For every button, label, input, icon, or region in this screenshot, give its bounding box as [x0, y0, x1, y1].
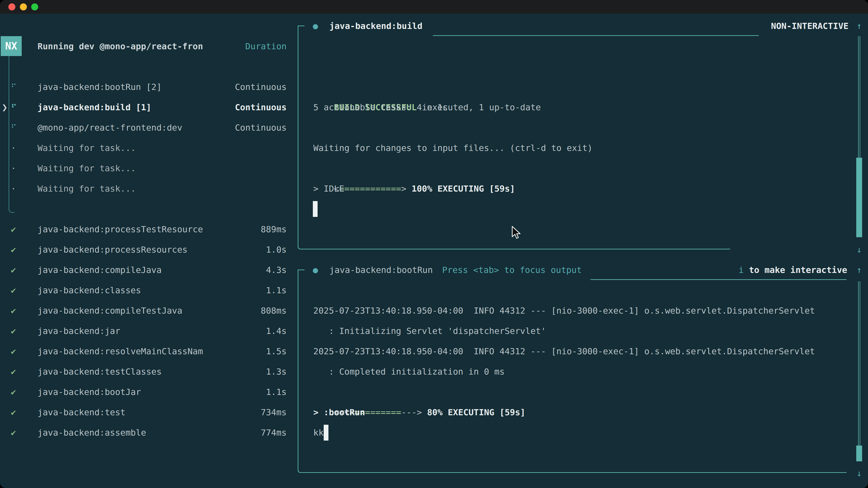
- selected-task-arrow-icon: ❯: [2, 97, 7, 118]
- task-duration: Continuous: [235, 118, 287, 138]
- keyboard-hints: quit: q help: ?: [230, 463, 287, 484]
- task-row-done[interactable]: ✔ java-backend:compileJava 4.3s: [11, 260, 287, 280]
- progress-close: >: [401, 184, 406, 194]
- task-label: java-backend:classes: [37, 280, 266, 300]
- close-button[interactable]: [8, 3, 16, 10]
- task-row-done[interactable]: ✔ java-backend:resolveMainClassNam 1.5s: [11, 341, 287, 361]
- task-row-done[interactable]: ✔ java-backend:assemble 774ms: [11, 422, 287, 443]
- task-duration: 1.0s: [266, 239, 287, 260]
- task-label: java-backend:compileTestJava: [37, 300, 261, 321]
- task-duration: 4.3s: [266, 260, 287, 280]
- log-line: : Initializing Servlet 'dispatcherServle…: [313, 321, 546, 341]
- terminal-cursor: [324, 425, 329, 441]
- task-label: java-backend:build [1]: [37, 97, 235, 118]
- zoom-button[interactable]: [31, 3, 38, 10]
- scroll-down-icon[interactable]: ↓: [854, 463, 865, 484]
- minimize-button[interactable]: [20, 3, 27, 10]
- scroll-down-icon[interactable]: ↓: [854, 239, 865, 260]
- task-label: java-backend:assemble: [37, 422, 261, 443]
- waiting-for-changes-line: Waiting for changes to input files... (c…: [313, 138, 592, 158]
- focus-output-hint: Press <tab> to focus output: [442, 260, 582, 280]
- task-label: java-backend:processResources: [37, 239, 266, 260]
- build-output-panel-border: [298, 26, 730, 250]
- terminal-cursor: [313, 201, 318, 217]
- task-row-done[interactable]: ✔ java-backend:jar 1.4s: [11, 321, 287, 341]
- task-row-waiting[interactable]: · Waiting for task...: [11, 138, 287, 158]
- check-icon: ✔: [11, 321, 37, 341]
- waiting-dot-icon: ·: [11, 138, 37, 158]
- task-label: java-backend:bootJar: [37, 382, 266, 402]
- check-icon: ✔: [11, 239, 37, 260]
- task-duration: 1.4s: [266, 321, 287, 341]
- task-row-done[interactable]: ✔ java-backend:classes 1.1s: [11, 280, 287, 300]
- task-duration: 734ms: [261, 402, 287, 422]
- progress-fill: ============: [339, 184, 401, 194]
- task-label: @mono-app/react-frontend:dev: [37, 118, 235, 138]
- task-row-done[interactable]: ✔ java-backend:processTestResource 889ms: [11, 219, 287, 239]
- task-label: java-backend:testClasses: [37, 361, 266, 382]
- non-interactive-badge: NON-INTERACTIVE: [771, 16, 848, 36]
- check-icon: ✔: [11, 300, 37, 321]
- bootrun-panel-bullet-icon: ●: [313, 260, 318, 280]
- progress-label: 80% EXECUTING [59s]: [427, 408, 525, 417]
- spinner-icon: ⠋: [11, 97, 37, 118]
- check-icon: ✔: [11, 361, 37, 382]
- task-row-waiting[interactable]: · Waiting for task...: [11, 178, 287, 199]
- task-duration: 1.1s: [266, 280, 287, 300]
- build-panel-title[interactable]: java-backend:build: [329, 16, 423, 36]
- task-label: Waiting for task...: [37, 138, 287, 158]
- log-line: 2025-07-23T13:40:18.950-04:00 INFO 44312…: [313, 341, 815, 361]
- bootrun-panel-title[interactable]: java-backend:bootRun: [329, 260, 433, 280]
- scroll-up-icon[interactable]: ↑: [854, 16, 865, 36]
- spinner-icon: ⠋: [11, 77, 37, 97]
- spinner-icon: ⠋: [11, 118, 37, 138]
- task-label: java-backend:jar: [37, 321, 266, 341]
- check-icon: ✔: [11, 280, 37, 300]
- check-icon: ✔: [11, 219, 37, 239]
- window-titlebar: [0, 0, 868, 14]
- scroll-up-icon[interactable]: ↑: [854, 260, 865, 280]
- build-panel-title-rule: [433, 35, 759, 36]
- duration-column-header: Duration: [245, 36, 287, 57]
- scrollbar-thumb[interactable]: [856, 158, 862, 237]
- task-label: Waiting for task...: [37, 178, 287, 199]
- waiting-dot-icon: ·: [11, 178, 37, 199]
- task-duration: 889ms: [261, 219, 287, 239]
- actionable-tasks-line: 5 actionable tasks: 4 executed, 1 up-to-…: [313, 97, 541, 118]
- task-row-selected[interactable]: ⠋ java-backend:build [1] Continuous: [11, 97, 287, 118]
- task-row-done[interactable]: ✔ java-backend:compileTestJava 808ms: [11, 300, 287, 321]
- idle-line: > IDLE: [313, 178, 344, 199]
- nx-logo: NX: [1, 36, 22, 56]
- task-label: Waiting for task...: [37, 158, 287, 178]
- task-row-done[interactable]: ✔ java-backend:testClasses 1.3s: [11, 361, 287, 382]
- task-duration: 1.3s: [266, 361, 287, 382]
- task-row[interactable]: ⠋ java-backend:bootRun [2] Continuous: [11, 77, 287, 97]
- task-row-done[interactable]: ✔ java-backend:bootJar 1.1s: [11, 382, 287, 402]
- terminal-window: NX Running dev @mono-app/react-fron Dura…: [0, 0, 868, 488]
- task-duration: 808ms: [261, 300, 287, 321]
- task-list-title: Running dev @mono-app/react-fron: [37, 36, 203, 57]
- task-label: java-backend:compileJava: [37, 260, 266, 280]
- bootrun-prompt-line: > :bootRun: [313, 402, 365, 422]
- task-duration: 774ms: [261, 422, 287, 443]
- build-progress-bar: <============>100% EXECUTING [59s]: [313, 158, 515, 178]
- build-panel-bullet-icon: ●: [313, 16, 318, 36]
- scrollbar-thumb[interactable]: [856, 446, 862, 461]
- progress-label: 100% EXECUTING [59s]: [412, 184, 515, 194]
- bootrun-progress-bar: <<<==========--->80% EXECUTING [59s]: [313, 382, 525, 402]
- log-line: 2025-07-23T13:40:18.950-04:00 INFO 44312…: [313, 300, 815, 321]
- task-row-waiting[interactable]: · Waiting for task...: [11, 158, 287, 178]
- progress-dashes: ---: [401, 408, 417, 417]
- task-label: java-backend:resolveMainClassNam: [37, 341, 266, 361]
- interactive-hint: i to make interactive: [718, 239, 847, 260]
- task-row-done[interactable]: ✔ java-backend:processResources 1.0s: [11, 239, 287, 260]
- task-row[interactable]: ⠋ @mono-app/react-frontend:dev Continuou…: [11, 118, 287, 138]
- task-duration: Continuous: [235, 77, 287, 97]
- task-duration: 1.5s: [266, 341, 287, 361]
- build-result-line: BUILD SUCCESSFUL in 1s: [313, 77, 448, 97]
- scrollbar-track[interactable]: [858, 281, 860, 461]
- stdin-input-text[interactable]: kk: [313, 422, 324, 443]
- task-duration: 1.1s: [266, 382, 287, 402]
- task-row-done[interactable]: ✔ java-backend:test 734ms: [11, 402, 287, 422]
- check-icon: ✔: [11, 341, 37, 361]
